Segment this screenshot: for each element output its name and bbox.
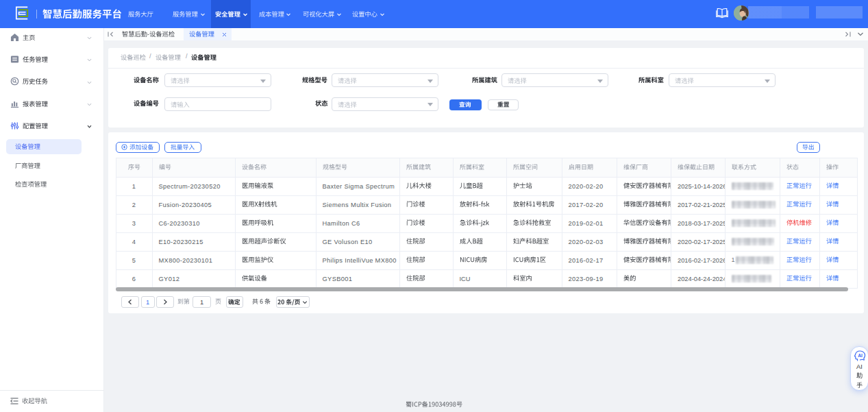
svg-text:AI: AI: [858, 352, 863, 357]
